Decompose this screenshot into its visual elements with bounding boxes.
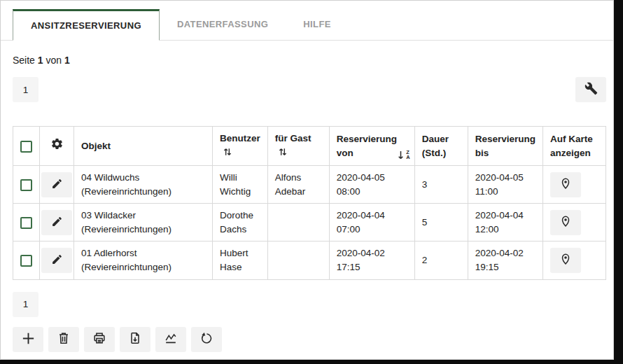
column-header-auf-karte: Auf Karte anzeigen <box>543 127 606 166</box>
map-pin-icon <box>559 215 572 230</box>
tab-label: DATENERFASSUNG <box>177 19 268 29</box>
add-button[interactable] <box>13 327 43 352</box>
header-row: Objekt Benutzer für Gast Reservierung vo… <box>13 127 606 166</box>
cell-gast <box>267 204 329 241</box>
printer-icon <box>92 331 106 347</box>
cell-dauer: 3 <box>414 166 468 204</box>
table-row: 01 Adlerhorst (Reviereinrichtungen) Hube… <box>13 241 606 279</box>
trash-icon <box>57 331 71 347</box>
show-on-map-button[interactable] <box>550 210 581 235</box>
column-header-reservierung-von[interactable]: Reservierung von ZA <box>329 127 414 166</box>
map-pin-icon <box>559 177 572 192</box>
show-on-map-button[interactable] <box>550 172 581 197</box>
column-header-fuer-gast[interactable]: für Gast <box>267 127 329 166</box>
print-button[interactable] <box>84 327 115 352</box>
tab-label: HILFE <box>303 19 331 29</box>
plus-icon <box>21 331 36 348</box>
statistics-button[interactable] <box>155 327 186 352</box>
sort-updown-icon <box>223 148 232 159</box>
cell-bis: 2020-04-04 12:00 <box>468 204 542 241</box>
row-checkbox[interactable] <box>20 179 32 191</box>
cell-objekt: 01 Adlerhorst (Reviereinrichtungen) <box>74 241 213 279</box>
pencil-icon <box>51 253 63 267</box>
row-checkbox[interactable] <box>20 255 32 267</box>
column-header-reservierung-bis: Reservierung bis <box>468 127 542 166</box>
footer-toolbar <box>13 327 606 352</box>
cell-gast: Alfons Adebar <box>267 166 329 204</box>
gear-icon[interactable] <box>50 142 64 153</box>
top-controls: 1 <box>13 77 606 102</box>
cell-dauer: 5 <box>414 204 468 241</box>
tab-label: ANSITZRESERVIERUNG <box>31 20 141 31</box>
cell-von: 2020-04-05 08:00 <box>329 166 414 204</box>
page-number-button-bottom[interactable]: 1 <box>13 292 38 317</box>
row-checkbox[interactable] <box>20 217 32 229</box>
page: ANSITZRESERVIERUNG DATENERFASSUNG HILFE … <box>0 0 614 360</box>
wrench-icon <box>584 82 598 97</box>
cell-gast <box>267 241 329 279</box>
pencil-icon <box>51 216 63 230</box>
page-info-total: 1 <box>64 55 70 66</box>
history-button[interactable] <box>191 327 222 352</box>
history-icon <box>200 331 214 347</box>
page-info: Seite 1 von 1 <box>13 55 606 66</box>
page-number-button-top[interactable]: 1 <box>13 77 38 102</box>
tab-ansitzreservierung[interactable]: ANSITZRESERVIERUNG <box>13 9 160 41</box>
reservations-table: Objekt Benutzer für Gast Reservierung vo… <box>13 126 606 280</box>
cell-objekt: 03 Wildacker (Reviereinrichtungen) <box>74 204 213 241</box>
column-header-benutzer[interactable]: Benutzer <box>213 127 268 166</box>
chart-icon <box>164 331 178 347</box>
edit-button[interactable] <box>41 210 72 235</box>
tab-hilfe[interactable]: HILFE <box>286 8 349 40</box>
cell-objekt: 04 Wildwuchs (Reviereinrichtungen) <box>74 166 213 204</box>
cell-von: 2020-04-02 17:15 <box>329 241 414 279</box>
table-row: 03 Wildacker (Reviereinrichtungen) Dorot… <box>13 204 606 241</box>
export-button[interactable] <box>120 327 150 352</box>
tab-datenerfassung[interactable]: DATENERFASSUNG <box>160 8 286 40</box>
cell-dauer: 2 <box>414 241 468 279</box>
edit-button[interactable] <box>41 172 72 197</box>
page-info-prefix: Seite <box>13 55 35 66</box>
page-info-middle: von <box>46 55 62 66</box>
map-pin-icon <box>559 253 572 267</box>
table-row: 04 Wildwuchs (Reviereinrichtungen) Willi… <box>13 166 606 204</box>
cell-bis: 2020-04-02 19:15 <box>468 241 542 279</box>
tab-bar: ANSITZRESERVIERUNG DATENERFASSUNG HILFE <box>1 8 613 41</box>
file-download-icon <box>128 331 142 347</box>
cell-von: 2020-04-04 07:00 <box>329 204 414 241</box>
cell-benutzer: Hubert Hase <box>213 241 268 279</box>
app-frame: ANSITZRESERVIERUNG DATENERFASSUNG HILFE … <box>0 0 623 364</box>
page-info-current: 1 <box>38 55 43 66</box>
select-all-checkbox[interactable] <box>20 141 32 153</box>
column-header-objekt: Objekt <box>74 127 213 166</box>
cell-bis: 2020-04-05 11:00 <box>468 166 542 204</box>
show-on-map-button[interactable] <box>550 248 581 273</box>
pencil-icon <box>51 178 63 192</box>
cell-benutzer: Willi Wichtig <box>213 166 268 204</box>
sort-descending-za-icon: ZA <box>398 150 410 160</box>
column-header-dauer: Dauer (Std.) <box>414 127 468 166</box>
edit-button[interactable] <box>41 248 72 273</box>
table-settings-button[interactable] <box>575 77 606 102</box>
sort-updown-icon <box>278 148 288 159</box>
delete-button[interactable] <box>48 327 79 352</box>
cell-benutzer: Dorothe Dachs <box>213 204 268 241</box>
